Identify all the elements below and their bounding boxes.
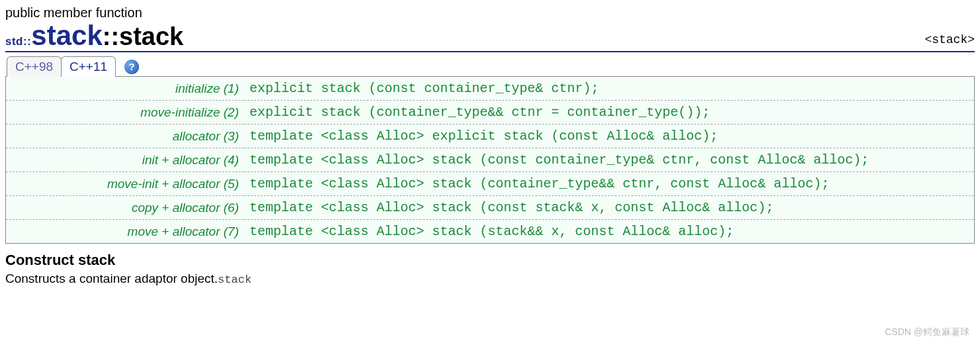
prototype-code: explicit stack (const container_type& ct… [244,77,974,101]
prototype-row: move-init + allocator (5) template <clas… [6,172,974,196]
tab-cpp11[interactable]: C++11 [61,56,116,77]
prototype-label: move-initialize (2) [6,101,244,124]
prototype-label: move-init + allocator (5) [6,172,244,196]
prototype-label: init + allocator (4) [6,148,244,172]
class-name: stack [31,20,102,51]
scope-separator: :: [103,23,119,50]
prototype-row: move + allocator (7) template <class All… [6,220,974,244]
prototype-box: initialize (1) explicit stack (const con… [5,76,975,244]
prototype-code: template <class Alloc> stack (const cont… [244,148,974,172]
namespace-prefix: std:: [5,35,31,48]
prototype-code: template <class Alloc> stack (stack&& x,… [244,220,974,244]
description-text: Constructs a container adaptor object. [5,271,218,285]
description: Constructs a container adaptor object.st… [5,271,975,286]
prototype-code: template <class Alloc> stack (const stac… [244,196,974,220]
help-icon[interactable]: ? [124,60,139,74]
prototype-label: allocator (3) [6,124,244,148]
title-row: std::stack::stack <stack> [5,22,975,52]
page-subtitle: public member function [5,5,975,21]
member-name: stack [119,23,183,50]
prototype-label: copy + allocator (6) [6,196,244,220]
page-title: std::stack::stack [5,22,183,50]
prototype-label: move + allocator (7) [6,220,244,244]
prototype-label: initialize (1) [6,77,244,101]
prototype-row: move-initialize (2) explicit stack (cont… [6,101,974,124]
section-title: Construct stack [5,252,975,269]
prototype-row: copy + allocator (6) template <class All… [6,196,974,220]
header-include: <stack> [924,33,975,50]
tab-cpp98[interactable]: C++98 [7,56,62,77]
prototype-code: template <class Alloc> explicit stack (c… [244,124,974,148]
prototype-code: template <class Alloc> stack (container_… [244,172,974,196]
standard-tabs: C++98 C++11 ? [7,56,975,77]
prototype-table: initialize (1) explicit stack (const con… [6,77,974,243]
description-mono: stack [218,273,251,286]
prototype-row: init + allocator (4) template <class All… [6,148,974,172]
prototype-row: initialize (1) explicit stack (const con… [6,77,974,101]
prototype-code: explicit stack (container_type&& ctnr = … [244,101,974,124]
prototype-row: allocator (3) template <class Alloc> exp… [6,124,974,148]
